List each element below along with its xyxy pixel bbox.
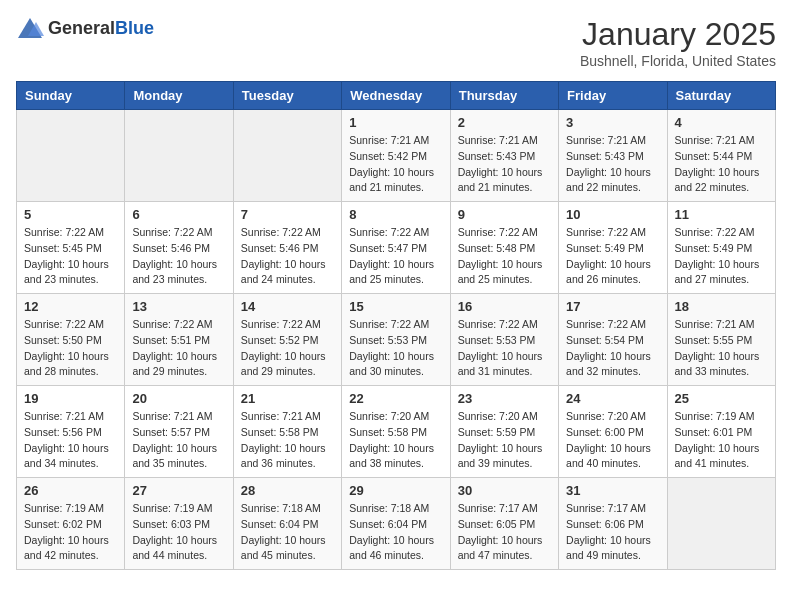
day-info: Sunrise: 7:21 AMSunset: 5:55 PMDaylight:… <box>675 317 768 380</box>
day-info: Sunrise: 7:22 AMSunset: 5:49 PMDaylight:… <box>675 225 768 288</box>
day-info: Sunrise: 7:21 AMSunset: 5:43 PMDaylight:… <box>458 133 551 196</box>
calendar-cell <box>233 110 341 202</box>
calendar-subtitle: Bushnell, Florida, United States <box>580 53 776 69</box>
day-info: Sunrise: 7:19 AMSunset: 6:01 PMDaylight:… <box>675 409 768 472</box>
day-info: Sunrise: 7:17 AMSunset: 6:06 PMDaylight:… <box>566 501 659 564</box>
calendar-cell: 21Sunrise: 7:21 AMSunset: 5:58 PMDayligh… <box>233 386 341 478</box>
day-info: Sunrise: 7:19 AMSunset: 6:03 PMDaylight:… <box>132 501 225 564</box>
calendar-cell: 27Sunrise: 7:19 AMSunset: 6:03 PMDayligh… <box>125 478 233 570</box>
calendar-cell: 24Sunrise: 7:20 AMSunset: 6:00 PMDayligh… <box>559 386 667 478</box>
day-number: 8 <box>349 207 442 222</box>
weekday-header-row: SundayMondayTuesdayWednesdayThursdayFrid… <box>17 82 776 110</box>
day-number: 17 <box>566 299 659 314</box>
day-number: 21 <box>241 391 334 406</box>
day-info: Sunrise: 7:22 AMSunset: 5:53 PMDaylight:… <box>349 317 442 380</box>
weekday-header-thursday: Thursday <box>450 82 558 110</box>
calendar-cell: 26Sunrise: 7:19 AMSunset: 6:02 PMDayligh… <box>17 478 125 570</box>
day-number: 22 <box>349 391 442 406</box>
calendar-cell: 9Sunrise: 7:22 AMSunset: 5:48 PMDaylight… <box>450 202 558 294</box>
calendar-cell: 8Sunrise: 7:22 AMSunset: 5:47 PMDaylight… <box>342 202 450 294</box>
day-number: 27 <box>132 483 225 498</box>
day-info: Sunrise: 7:20 AMSunset: 5:59 PMDaylight:… <box>458 409 551 472</box>
day-number: 11 <box>675 207 768 222</box>
day-info: Sunrise: 7:22 AMSunset: 5:46 PMDaylight:… <box>241 225 334 288</box>
logo-icon <box>16 16 44 40</box>
calendar-cell: 1Sunrise: 7:21 AMSunset: 5:42 PMDaylight… <box>342 110 450 202</box>
calendar-cell: 22Sunrise: 7:20 AMSunset: 5:58 PMDayligh… <box>342 386 450 478</box>
day-info: Sunrise: 7:22 AMSunset: 5:47 PMDaylight:… <box>349 225 442 288</box>
day-info: Sunrise: 7:21 AMSunset: 5:42 PMDaylight:… <box>349 133 442 196</box>
day-info: Sunrise: 7:22 AMSunset: 5:52 PMDaylight:… <box>241 317 334 380</box>
day-info: Sunrise: 7:21 AMSunset: 5:58 PMDaylight:… <box>241 409 334 472</box>
calendar-cell: 7Sunrise: 7:22 AMSunset: 5:46 PMDaylight… <box>233 202 341 294</box>
calendar-cell: 13Sunrise: 7:22 AMSunset: 5:51 PMDayligh… <box>125 294 233 386</box>
logo-general: General <box>48 18 115 38</box>
weekday-header-tuesday: Tuesday <box>233 82 341 110</box>
calendar-cell <box>667 478 775 570</box>
day-info: Sunrise: 7:18 AMSunset: 6:04 PMDaylight:… <box>349 501 442 564</box>
day-info: Sunrise: 7:21 AMSunset: 5:43 PMDaylight:… <box>566 133 659 196</box>
day-number: 25 <box>675 391 768 406</box>
day-info: Sunrise: 7:17 AMSunset: 6:05 PMDaylight:… <box>458 501 551 564</box>
logo: GeneralBlue <box>16 16 154 40</box>
weekday-header-friday: Friday <box>559 82 667 110</box>
day-info: Sunrise: 7:22 AMSunset: 5:53 PMDaylight:… <box>458 317 551 380</box>
calendar-cell: 20Sunrise: 7:21 AMSunset: 5:57 PMDayligh… <box>125 386 233 478</box>
title-area: January 2025 Bushnell, Florida, United S… <box>580 16 776 69</box>
day-number: 7 <box>241 207 334 222</box>
calendar-cell: 12Sunrise: 7:22 AMSunset: 5:50 PMDayligh… <box>17 294 125 386</box>
calendar-cell: 30Sunrise: 7:17 AMSunset: 6:05 PMDayligh… <box>450 478 558 570</box>
day-number: 4 <box>675 115 768 130</box>
day-number: 19 <box>24 391 117 406</box>
day-number: 10 <box>566 207 659 222</box>
day-number: 9 <box>458 207 551 222</box>
day-number: 2 <box>458 115 551 130</box>
day-info: Sunrise: 7:22 AMSunset: 5:46 PMDaylight:… <box>132 225 225 288</box>
week-row-1: 1Sunrise: 7:21 AMSunset: 5:42 PMDaylight… <box>17 110 776 202</box>
calendar-cell: 10Sunrise: 7:22 AMSunset: 5:49 PMDayligh… <box>559 202 667 294</box>
day-info: Sunrise: 7:20 AMSunset: 6:00 PMDaylight:… <box>566 409 659 472</box>
calendar-cell: 31Sunrise: 7:17 AMSunset: 6:06 PMDayligh… <box>559 478 667 570</box>
calendar-cell: 14Sunrise: 7:22 AMSunset: 5:52 PMDayligh… <box>233 294 341 386</box>
week-row-2: 5Sunrise: 7:22 AMSunset: 5:45 PMDaylight… <box>17 202 776 294</box>
calendar-cell <box>17 110 125 202</box>
calendar-cell: 2Sunrise: 7:21 AMSunset: 5:43 PMDaylight… <box>450 110 558 202</box>
day-info: Sunrise: 7:22 AMSunset: 5:50 PMDaylight:… <box>24 317 117 380</box>
day-number: 15 <box>349 299 442 314</box>
week-row-5: 26Sunrise: 7:19 AMSunset: 6:02 PMDayligh… <box>17 478 776 570</box>
day-info: Sunrise: 7:20 AMSunset: 5:58 PMDaylight:… <box>349 409 442 472</box>
calendar-cell: 18Sunrise: 7:21 AMSunset: 5:55 PMDayligh… <box>667 294 775 386</box>
day-info: Sunrise: 7:21 AMSunset: 5:57 PMDaylight:… <box>132 409 225 472</box>
calendar-cell: 23Sunrise: 7:20 AMSunset: 5:59 PMDayligh… <box>450 386 558 478</box>
week-row-3: 12Sunrise: 7:22 AMSunset: 5:50 PMDayligh… <box>17 294 776 386</box>
day-number: 5 <box>24 207 117 222</box>
weekday-header-saturday: Saturday <box>667 82 775 110</box>
day-info: Sunrise: 7:18 AMSunset: 6:04 PMDaylight:… <box>241 501 334 564</box>
page-header: GeneralBlue January 2025 Bushnell, Flori… <box>16 16 776 69</box>
calendar-cell: 3Sunrise: 7:21 AMSunset: 5:43 PMDaylight… <box>559 110 667 202</box>
calendar-cell: 16Sunrise: 7:22 AMSunset: 5:53 PMDayligh… <box>450 294 558 386</box>
day-number: 13 <box>132 299 225 314</box>
day-number: 18 <box>675 299 768 314</box>
day-number: 24 <box>566 391 659 406</box>
calendar-cell: 29Sunrise: 7:18 AMSunset: 6:04 PMDayligh… <box>342 478 450 570</box>
logo-blue: Blue <box>115 18 154 38</box>
logo-text: GeneralBlue <box>48 18 154 39</box>
calendar-cell: 6Sunrise: 7:22 AMSunset: 5:46 PMDaylight… <box>125 202 233 294</box>
calendar-cell <box>125 110 233 202</box>
calendar-cell: 11Sunrise: 7:22 AMSunset: 5:49 PMDayligh… <box>667 202 775 294</box>
day-info: Sunrise: 7:22 AMSunset: 5:54 PMDaylight:… <box>566 317 659 380</box>
day-number: 29 <box>349 483 442 498</box>
day-number: 14 <box>241 299 334 314</box>
weekday-header-sunday: Sunday <box>17 82 125 110</box>
day-number: 30 <box>458 483 551 498</box>
day-info: Sunrise: 7:22 AMSunset: 5:51 PMDaylight:… <box>132 317 225 380</box>
day-number: 12 <box>24 299 117 314</box>
day-number: 20 <box>132 391 225 406</box>
day-number: 31 <box>566 483 659 498</box>
day-info: Sunrise: 7:21 AMSunset: 5:56 PMDaylight:… <box>24 409 117 472</box>
calendar-cell: 28Sunrise: 7:18 AMSunset: 6:04 PMDayligh… <box>233 478 341 570</box>
day-info: Sunrise: 7:22 AMSunset: 5:49 PMDaylight:… <box>566 225 659 288</box>
day-number: 26 <box>24 483 117 498</box>
day-info: Sunrise: 7:22 AMSunset: 5:45 PMDaylight:… <box>24 225 117 288</box>
